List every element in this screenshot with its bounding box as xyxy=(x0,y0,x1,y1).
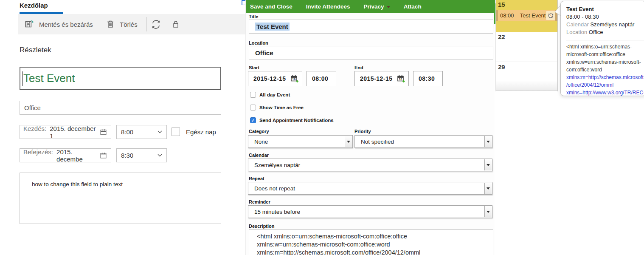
end-date-value: 2015. decembe xyxy=(56,148,99,163)
show-free-checkbox[interactable] xyxy=(250,105,256,110)
dropdown-arrow-icon xyxy=(487,211,490,213)
attach-button[interactable]: Attach xyxy=(404,3,422,10)
delete-button[interactable]: Törlés xyxy=(105,14,138,34)
calendar-label: Calendar xyxy=(249,153,269,158)
start-label: Kezdés: xyxy=(23,125,46,139)
save-icon xyxy=(24,19,35,30)
day-cell-15[interactable]: 15 08:00 – Test Event xyxy=(496,0,557,32)
reminder-label: Reminder xyxy=(249,199,270,204)
event-title-field[interactable]: Test Event xyxy=(20,67,221,90)
end-time-input[interactable]: 08:30 xyxy=(413,71,443,86)
dropdown-arrow-icon xyxy=(487,141,490,143)
svg-text:10: 10 xyxy=(292,77,295,80)
end-time-value: 08:30 xyxy=(419,75,435,82)
start-time-value: 08:00 xyxy=(312,75,328,82)
tooltip-location-value: Office xyxy=(589,29,603,35)
save-and-close-button[interactable]: Mentés és bezárás xyxy=(24,14,93,34)
screenshot-root: Kezdőlap Mentés és bezárás xyxy=(0,0,644,255)
dropdown-button[interactable] xyxy=(484,183,492,194)
trash-icon xyxy=(105,19,115,29)
title-input[interactable]: Test Event xyxy=(249,20,493,34)
tab-kezdolap[interactable]: Kezdőlap xyxy=(20,2,48,9)
date-picker-icon[interactable]: 10 xyxy=(291,75,299,83)
day-cell-22[interactable]: 22 xyxy=(496,32,557,62)
description-textarea[interactable]: <html xmlns:o=urn:schemas-microsoft-com:… xyxy=(249,229,493,255)
dropdown-button[interactable] xyxy=(484,159,492,170)
allday-checkbox-row[interactable]: All day Event xyxy=(250,92,290,98)
show-free-checkbox-row[interactable]: Show Time as Free xyxy=(250,105,304,110)
delete-label: Törlés xyxy=(120,21,138,28)
caret-down-icon xyxy=(387,6,390,8)
save-and-close-button[interactable]: Save and Close xyxy=(250,3,292,10)
toolbar-separator xyxy=(167,17,167,31)
privacy-menu-button[interactable]: Privacy xyxy=(364,3,390,10)
notifications-checkbox[interactable]: ✓ xyxy=(250,117,256,123)
tooltip-body-link[interactable]: xmlns:m=http://schemas.microsoft.co xyxy=(566,74,644,81)
text-cursor xyxy=(22,71,22,86)
attach-label: Attach xyxy=(404,3,422,10)
day-number: 29 xyxy=(498,63,505,71)
dropdown-button[interactable] xyxy=(345,136,352,147)
end-label: Befejezés: xyxy=(23,148,53,163)
description-line: xmlns:m=http://schemas.microsoft.com/off… xyxy=(257,249,493,255)
allday-label: Egész nap xyxy=(186,128,216,136)
sync-icon xyxy=(150,19,162,30)
calendar-event-chip[interactable]: 08:00 – Test Event xyxy=(496,10,557,21)
invite-attendees-label: Invite Attendees xyxy=(306,3,350,10)
dropdown-button[interactable] xyxy=(484,206,492,217)
start-date-picker[interactable]: Kezdés: 2015. december 1 xyxy=(20,125,111,139)
event-tooltip: Test Event 08:00 - 08:30 Calendar Személ… xyxy=(560,1,644,96)
tooltip-body-link[interactable]: xmlns=http://www.w3.org/TR/REC- xyxy=(566,89,644,96)
alarm-clock-icon xyxy=(548,12,554,19)
allday-checkbox[interactable] xyxy=(172,128,180,136)
location-value: Office xyxy=(255,49,273,57)
toolbar-separator xyxy=(146,17,147,31)
sync-button[interactable] xyxy=(150,14,162,34)
notes-field[interactable]: how to change this field to plain text xyxy=(20,173,221,224)
calendar-icon xyxy=(99,151,107,159)
tooltip-location-label: Location xyxy=(566,29,587,35)
reminder-select[interactable]: 15 minutes before xyxy=(248,205,492,218)
svg-text:10: 10 xyxy=(399,77,402,80)
lock-icon xyxy=(171,19,181,29)
tooltip-calendar-label: Calendar xyxy=(566,21,589,28)
tooltip-calendar-value: Személyes naptár xyxy=(590,21,634,28)
tooltip-body-line: xmlns:w=urn:schemas-microsoft- xyxy=(566,58,644,66)
repeat-label: Repeat xyxy=(249,176,264,181)
category-select[interactable]: None xyxy=(248,135,353,148)
invite-attendees-button[interactable]: Invite Attendees xyxy=(306,3,350,10)
dropdown-button[interactable] xyxy=(484,136,492,147)
location-label: Location xyxy=(249,40,268,45)
event-location-field[interactable]: Office xyxy=(20,101,221,115)
end-date-value: 2015-12-15 xyxy=(360,75,393,82)
calendar-select[interactable]: Személyes naptár xyxy=(248,159,492,171)
start-time-select[interactable]: 8:00 xyxy=(116,125,167,139)
event-resize-handle[interactable] xyxy=(496,10,498,21)
category-value: None xyxy=(254,139,268,145)
left-event-pane: Kezdőlap Mentés és bezárás xyxy=(0,0,245,255)
title-label: Title xyxy=(249,14,258,19)
location-input[interactable]: Office xyxy=(249,46,493,60)
priority-select[interactable]: Not specified xyxy=(354,135,492,148)
private-button[interactable] xyxy=(171,14,181,34)
start-time-input[interactable]: 08:00 xyxy=(307,71,336,86)
tooltip-title: Test Event xyxy=(566,6,644,13)
allday-checkbox[interactable] xyxy=(250,92,256,98)
end-time-select[interactable]: 8:30 xyxy=(116,148,167,162)
end-date-input[interactable]: 2015-12-15 10 xyxy=(354,71,409,86)
end-date-picker[interactable]: Befejezés: 2015. decembe xyxy=(20,148,111,162)
start-date-input[interactable]: 2015-12-15 10 xyxy=(248,71,302,86)
tooltip-body-link[interactable]: /office/2004/12/omml xyxy=(566,81,644,89)
notifications-checkbox-row[interactable]: ✓ Send Appointment Notifications xyxy=(250,117,334,123)
event-title-value: Test Event xyxy=(23,72,75,85)
day-cell-29[interactable]: 29 xyxy=(496,62,557,91)
dropdown-arrow-icon xyxy=(487,187,490,190)
start-time-value: 8:00 xyxy=(121,128,133,136)
tooltip-time-range: 08:00 - 08:30 xyxy=(566,13,644,21)
save-and-close-label: Mentés és bezárás xyxy=(39,21,93,28)
end-time-value: 8:30 xyxy=(121,152,133,159)
date-picker-icon[interactable]: 10 xyxy=(397,75,405,83)
editor-toolbar: Save and Close Invite Attendees Privacy … xyxy=(246,0,495,13)
repeat-select[interactable]: Does not repeat xyxy=(248,182,492,195)
repeat-value: Does not repeat xyxy=(254,185,295,192)
